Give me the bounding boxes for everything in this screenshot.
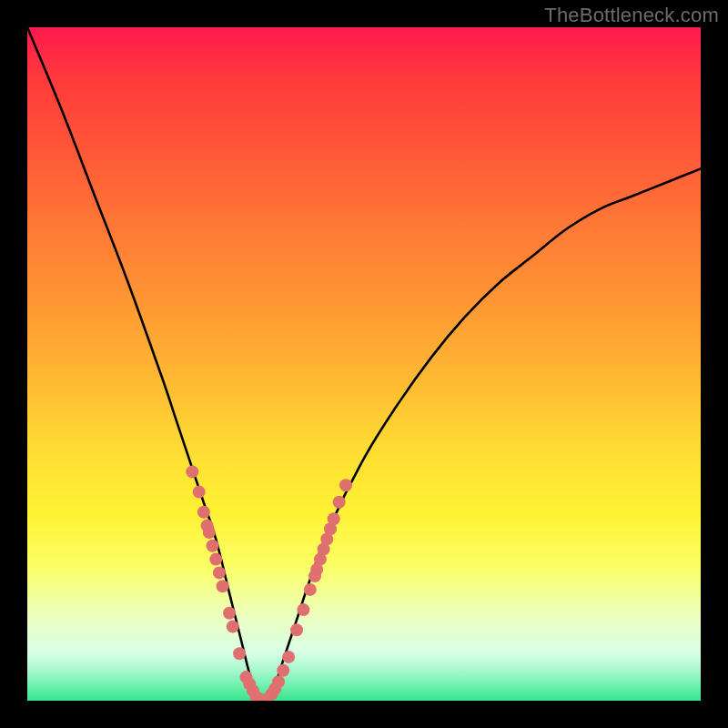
data-marker: [213, 566, 226, 579]
data-marker: [227, 621, 239, 633]
data-marker: [328, 512, 340, 525]
data-marker: [277, 664, 289, 677]
watermark-text: TheBottleneck.com: [544, 4, 719, 27]
bottleneck-curve: [27, 27, 701, 701]
data-marker: [217, 580, 229, 592]
data-marker: [203, 526, 216, 539]
marker-group: [186, 465, 352, 701]
data-marker: [272, 675, 285, 688]
data-marker: [197, 506, 210, 519]
data-marker: [282, 651, 295, 663]
data-marker: [297, 603, 309, 616]
data-marker: [209, 553, 222, 566]
plot-area: [27, 27, 701, 701]
data-marker: [304, 583, 317, 596]
data-marker: [207, 540, 219, 552]
chart-container: TheBottleneck.com: [0, 0, 728, 728]
data-marker: [223, 607, 236, 620]
data-marker: [233, 647, 246, 660]
data-marker: [290, 623, 303, 636]
curve-layer: [27, 27, 701, 701]
data-marker: [339, 479, 352, 491]
data-marker: [186, 465, 198, 478]
data-marker: [193, 486, 206, 499]
data-marker: [333, 496, 346, 509]
